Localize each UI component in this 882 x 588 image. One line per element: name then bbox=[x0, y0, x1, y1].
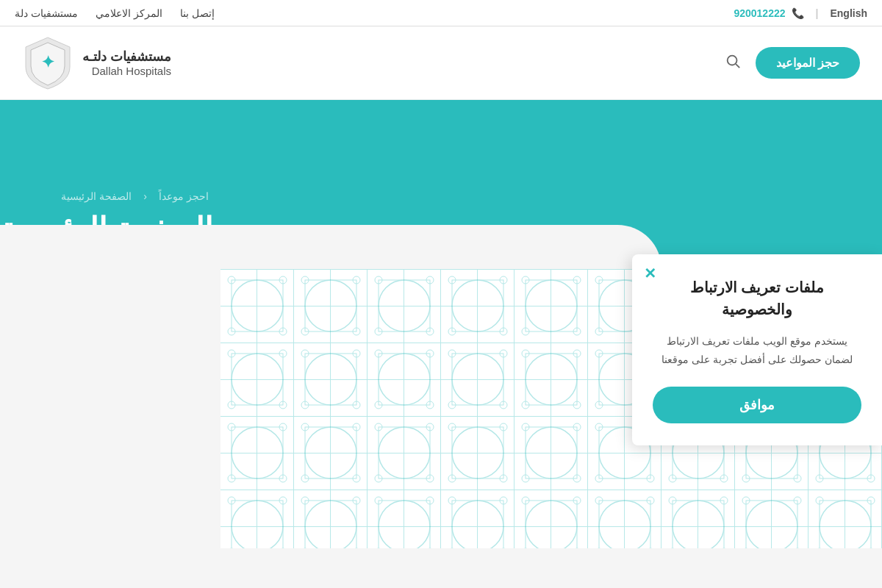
svg-line-1 bbox=[736, 64, 739, 68]
header: حجز المواعيد مستشفيات دلتـه Dallah Hospi… bbox=[0, 26, 882, 100]
nav-media[interactable]: المركز الاعلامي bbox=[96, 7, 162, 19]
top-bar-left: English | 📞 920012222 bbox=[734, 7, 867, 19]
divider: | bbox=[816, 7, 819, 19]
hero-curve bbox=[0, 225, 662, 269]
logo-arabic-name: مستشفيات دلتـه bbox=[82, 49, 171, 65]
top-bar-right: إتصل بنا المركز الاعلامي مستشفيات دلة bbox=[15, 7, 215, 19]
popup-close-button[interactable]: ✕ bbox=[644, 265, 656, 282]
popup-accept-button[interactable]: موافق bbox=[653, 387, 861, 423]
svg-text:✦: ✦ bbox=[41, 53, 54, 71]
header-left: حجز المواعيد bbox=[725, 47, 860, 79]
nav-contact[interactable]: إتصل بنا bbox=[180, 7, 215, 19]
top-bar: English | 📞 920012222 إتصل بنا المركز ال… bbox=[0, 0, 882, 26]
book-appointment-button[interactable]: حجز المواعيد bbox=[756, 47, 860, 79]
breadcrumb-current: احجز موعداً bbox=[159, 190, 209, 202]
breadcrumb-home: الصفحة الرئيسية bbox=[61, 190, 132, 202]
logo-english-name: Dallah Hospitals bbox=[82, 65, 171, 77]
search-button[interactable] bbox=[725, 53, 741, 73]
breadcrumb-separator: ‹ bbox=[140, 190, 147, 202]
popup-title: ملفات تعريف الارتباط والخصوصية bbox=[653, 276, 861, 320]
header-right: مستشفيات دلتـه Dallah Hospitals ✦ bbox=[22, 34, 171, 93]
privacy-popup: ✕ ملفات تعريف الارتباط والخصوصية يستخدم … bbox=[632, 254, 882, 445]
popup-body: يستخدم موقع الويب ملفات تعريف الارتباط ل… bbox=[653, 332, 861, 369]
phone-icon: 📞 bbox=[792, 7, 804, 19]
phone-number[interactable]: 920012222 bbox=[734, 7, 785, 19]
hero-banner: احجز موعداً ‹ الصفحة الرئيسية الصفحة الر… bbox=[0, 100, 882, 269]
language-switch[interactable]: English bbox=[830, 7, 867, 19]
breadcrumb: احجز موعداً ‹ الصفحة الرئيسية bbox=[0, 190, 213, 202]
search-icon bbox=[725, 53, 741, 69]
svg-point-0 bbox=[727, 56, 736, 65]
nav-hospitals[interactable]: مستشفيات دلة bbox=[15, 7, 78, 19]
logo-shield-icon: ✦ bbox=[22, 34, 74, 93]
main-area: ✕ ملفات تعريف الارتباط والخصوصية يستخدم … bbox=[0, 269, 882, 548]
logo-text: مستشفيات دلتـه Dallah Hospitals bbox=[82, 49, 171, 77]
